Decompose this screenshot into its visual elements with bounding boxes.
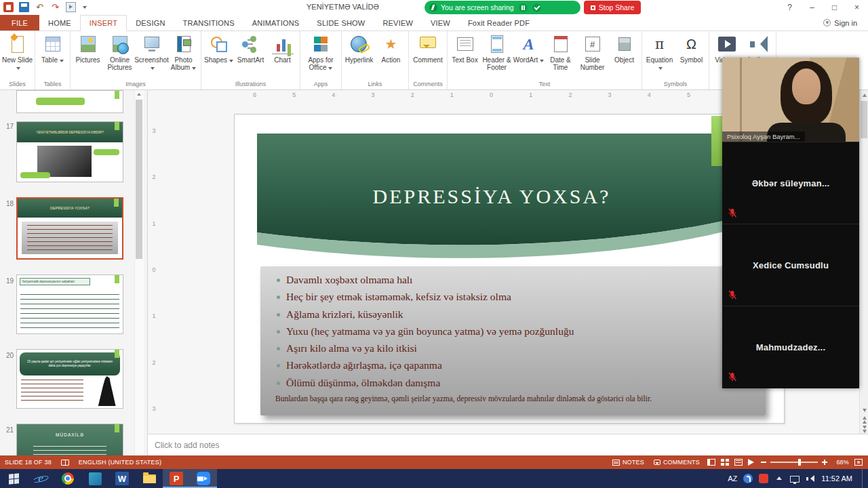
show-hidden-icons[interactable] (774, 474, 784, 483)
proofing-icon[interactable] (56, 455, 74, 469)
slide-counter[interactable]: SLIDE 18 OF 38 (0, 455, 56, 469)
notes-toggle[interactable]: NOTES (608, 455, 649, 469)
slide-sorter-view-button[interactable] (721, 459, 729, 466)
tab-insert[interactable]: INSERT (80, 15, 127, 31)
tab-home[interactable]: HOME (39, 15, 80, 30)
screenshot-button[interactable]: Screenshot (136, 32, 167, 71)
taskbar-internet-explorer[interactable]: e (27, 469, 54, 488)
chart-button[interactable]: Chart (267, 32, 298, 64)
tray-app-icon[interactable] (759, 474, 768, 483)
object-button[interactable]: Object (608, 32, 640, 64)
scroll-up-icon[interactable] (137, 93, 141, 96)
date-time-icon (550, 34, 572, 54)
network-icon[interactable] (790, 476, 800, 483)
header-footer-button[interactable]: Header & Footer (481, 32, 513, 71)
text-box-button[interactable]: Text Box (449, 32, 481, 64)
vertical-scrollbar[interactable] (859, 90, 868, 434)
normal-view-button[interactable] (707, 459, 715, 466)
start-slideshow-icon[interactable] (66, 2, 76, 12)
hyperlink-button[interactable]: Hyperlink (343, 32, 375, 64)
taskbar-zoom[interactable] (190, 469, 217, 488)
save-icon[interactable] (19, 2, 29, 12)
date-time-button[interactable]: Date & Time (545, 32, 576, 71)
slideshow-view-button[interactable] (748, 459, 754, 466)
redo-icon[interactable]: ↷ (50, 2, 60, 12)
scroll-up-icon[interactable] (860, 90, 868, 100)
thumbnail-slide-21[interactable]: MÜDAXİLƏ (16, 424, 123, 455)
pictures-button[interactable]: Pictures (72, 32, 104, 64)
close-button[interactable]: × (846, 0, 868, 15)
sign-in-button[interactable]: Sign in (823, 15, 868, 30)
thumbnail-slide-17[interactable]: YENİYETMƏLƏRDƏ DEPRESSİYA NƏDİR? (16, 121, 123, 182)
next-slide-icon[interactable] (860, 424, 868, 434)
tab-transitions[interactable]: TRANSITIONS (174, 15, 243, 30)
tray-help-icon[interactable] (743, 474, 753, 483)
start-button[interactable] (0, 469, 27, 488)
slide-title-text[interactable]: DEPRESSİYA YOXSA? (257, 185, 726, 208)
screen-sharing-banner[interactable]: You are screen sharing (425, 1, 580, 14)
thumbnail-scrollbar-thumb[interactable] (136, 100, 142, 259)
customize-quick-access-icon[interactable] (81, 2, 88, 12)
comment-button[interactable]: Comment (410, 32, 446, 64)
volume-icon[interactable] (806, 474, 815, 483)
scroll-down-icon[interactable] (860, 405, 868, 415)
tab-view[interactable]: VIEW (422, 15, 459, 30)
online-pictures-button[interactable]: Online Pictures (104, 32, 136, 71)
tab-foxit[interactable]: Foxit Reader PDF (459, 15, 538, 30)
thumbnail-slide-19[interactable]: Yeniyetməlik depressiyasının səbəbləri: (16, 274, 123, 334)
thumbnail-slide-16[interactable] (16, 90, 123, 113)
tab-file[interactable]: FILE (0, 15, 39, 30)
comments-toggle[interactable]: COMMENTS (649, 455, 705, 469)
notes-pane[interactable]: Click to add notes (148, 434, 868, 455)
tab-slideshow[interactable]: SLIDE SHOW (308, 15, 374, 30)
thumbnail-number: 20 (1, 352, 14, 359)
stop-share-button[interactable]: Stop Share (584, 1, 641, 14)
tab-review[interactable]: REVIEW (374, 15, 422, 30)
taskbar-powerpoint[interactable]: P (163, 469, 190, 488)
ribbon-group-images: Pictures Online Pictures Screenshot Phot… (71, 31, 201, 89)
shapes-button[interactable]: Shapes (203, 32, 235, 64)
tab-design[interactable]: DESIGN (127, 15, 174, 30)
zoom-slider-thumb[interactable] (798, 459, 801, 466)
zoom-in-button[interactable] (822, 460, 827, 465)
pause-share-icon[interactable] (519, 3, 528, 12)
equation-button[interactable]: π Equation (644, 32, 675, 71)
minimize-button[interactable]: – (801, 0, 823, 15)
taskbar-file-explorer[interactable] (136, 469, 163, 488)
undo-icon[interactable]: ↶ (35, 2, 45, 12)
clock[interactable]: 11:52 AM (821, 474, 852, 483)
reading-view-button[interactable] (734, 459, 743, 466)
thumbnail-slide-18-selected[interactable]: DEPRESSİYA YOXSA? (16, 197, 123, 260)
keyboard-language[interactable]: AZ (728, 474, 737, 483)
show-desktop-button[interactable] (862, 469, 865, 488)
thumbnail-slide-20[interactable]: 15 yaşına qədər qız yeniyetmələr oğlan y… (16, 349, 123, 409)
symbol-button[interactable]: Ω Symbol (675, 32, 707, 64)
zoom-percentage[interactable]: 68% (831, 459, 852, 466)
apps-for-office-button[interactable]: Apps for Office (302, 32, 340, 71)
language-indicator[interactable]: ENGLISH (UNITED STATES) (74, 455, 166, 469)
presenter-video-tile[interactable]: Psixoloq Ayşən Bayram... (722, 58, 859, 142)
photo-album-button[interactable]: Photo Album (167, 32, 199, 71)
zoom-out-button[interactable] (761, 462, 766, 463)
previous-slide-icon[interactable] (860, 415, 868, 424)
wordart-button[interactable]: A WordArt (513, 32, 545, 64)
taskbar-word[interactable]: W (108, 469, 136, 488)
maximize-button[interactable]: □ (823, 0, 846, 15)
scrollbar-thumb[interactable] (861, 101, 867, 138)
taskbar-chrome[interactable] (54, 469, 81, 488)
smartart-button[interactable]: SmartArt (235, 32, 267, 64)
table-button[interactable]: Table (37, 32, 68, 64)
slide-content-box[interactable]: Davamlı xoşbəxt olmama halı Heç bir şey … (260, 266, 766, 415)
fit-slide-button[interactable] (854, 459, 863, 466)
slide-number-button[interactable]: # Slide Number (576, 32, 608, 71)
tab-animations[interactable]: ANIMATIONS (243, 15, 309, 30)
ie-icon: e (34, 472, 47, 485)
dropdown-arrow-icon (192, 67, 196, 70)
slide-canvas[interactable]: DEPRESSİYA YOXSA? Davamlı xoşbəxt olmama… (234, 114, 785, 424)
action-button[interactable]: ★ Action (375, 32, 407, 64)
help-button[interactable]: ? (778, 0, 801, 15)
taskbar-app[interactable] (81, 469, 108, 488)
action-icon: ★ (380, 34, 402, 54)
new-slide-button[interactable]: New Slide (1, 32, 33, 71)
zoom-slider[interactable] (770, 462, 818, 463)
